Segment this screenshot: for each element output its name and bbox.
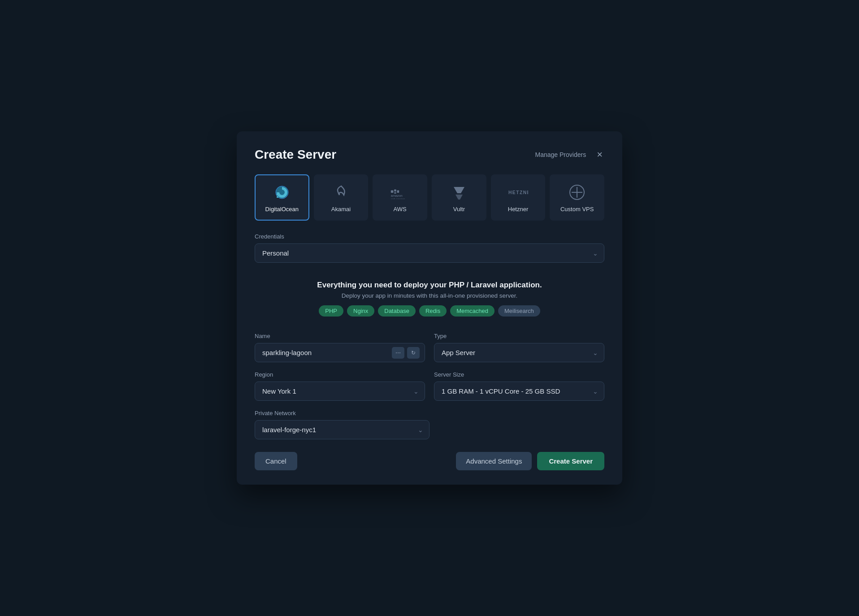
name-options-button[interactable]: ⋯ <box>392 347 404 359</box>
type-label: Type <box>434 333 604 339</box>
svg-text:amazon: amazon <box>391 194 403 198</box>
private-network-section: Private Network laravel-forge-nyc1 ⌄ <box>255 410 604 439</box>
akamai-icon <box>331 182 351 202</box>
svg-text:web services: web services <box>390 198 405 199</box>
svg-marker-9 <box>454 187 464 193</box>
region-group: Region New York 1 ⌄ <box>255 371 425 401</box>
create-server-modal: Create Server Manage Providers × Digital… <box>237 131 622 485</box>
region-select-wrapper: New York 1 ⌄ <box>255 382 425 401</box>
region-label: Region <box>255 371 425 378</box>
type-select[interactable]: App Server <box>434 343 604 362</box>
name-type-row: Name ⋯ ↻ Type App Server ⌄ <box>255 333 604 362</box>
name-group: Name ⋯ ↻ <box>255 333 425 362</box>
provider-label-custom: Custom VPS <box>560 206 594 213</box>
credentials-select-wrapper: Personal ⌄ <box>255 243 604 263</box>
create-server-button[interactable]: Create Server <box>537 452 604 470</box>
type-group: Type App Server ⌄ <box>434 333 604 362</box>
svg-rect-2 <box>277 196 278 198</box>
provider-card-hetzner[interactable]: HETZNER Hetzner <box>491 174 546 221</box>
digitalocean-icon <box>272 182 292 202</box>
name-label: Name <box>255 333 425 339</box>
name-refresh-button[interactable]: ↻ <box>407 347 420 359</box>
private-network-select-wrapper: laravel-forge-nyc1 ⌄ <box>255 420 430 439</box>
svg-rect-3 <box>391 190 394 193</box>
credentials-select[interactable]: Personal <box>255 243 604 263</box>
server-size-select-wrapper: 1 GB RAM - 1 vCPU Core - 25 GB SSD ⌄ <box>434 382 604 401</box>
svg-rect-1 <box>277 194 279 195</box>
description-title: Everything you need to deploy your PHP /… <box>264 281 595 290</box>
server-size-label: Server Size <box>434 371 604 378</box>
region-select[interactable]: New York 1 <box>255 382 425 401</box>
close-button[interactable]: × <box>595 149 604 161</box>
modal-header: Create Server Manage Providers × <box>255 147 604 162</box>
provider-card-aws[interactable]: amazon web services AWS <box>373 174 427 221</box>
server-size-group: Server Size 1 GB RAM - 1 vCPU Core - 25 … <box>434 371 604 401</box>
advanced-settings-button[interactable]: Advanced Settings <box>456 452 532 470</box>
aws-icon: amazon web services <box>390 182 410 202</box>
provider-card-digitalocean[interactable]: DigitalOcean <box>255 174 309 221</box>
header-actions: Manage Providers × <box>535 149 604 161</box>
provider-label-akamai: Akamai <box>331 206 351 213</box>
provider-label-hetzner: Hetzner <box>508 206 529 213</box>
svg-text:HETZNER: HETZNER <box>508 190 528 195</box>
provider-card-vultr[interactable]: Vultr <box>432 174 486 221</box>
credentials-section: Credentials Personal ⌄ <box>255 233 604 263</box>
svg-marker-10 <box>456 195 463 200</box>
tag-php: PHP <box>319 305 343 317</box>
footer-right-buttons: Advanced Settings Create Server <box>456 452 604 470</box>
description-banner: Everything you need to deploy your PHP /… <box>255 272 604 322</box>
tag-memcached: Memcached <box>450 305 495 317</box>
provider-label-aws: AWS <box>394 206 407 213</box>
hetzner-icon: HETZNER <box>508 182 528 202</box>
tag-nginx: Nginx <box>347 305 374 317</box>
vultr-icon <box>449 182 469 202</box>
provider-card-akamai[interactable]: Akamai <box>314 174 369 221</box>
private-network-select[interactable]: laravel-forge-nyc1 <box>255 420 430 439</box>
custom-vps-icon <box>567 182 587 202</box>
tag-meilisearch: Meilisearch <box>498 305 540 317</box>
server-size-select[interactable]: 1 GB RAM - 1 vCPU Core - 25 GB SSD <box>434 382 604 401</box>
modal-title: Create Server <box>255 147 336 162</box>
tag-redis: Redis <box>419 305 447 317</box>
svg-rect-6 <box>397 190 399 193</box>
provider-label-vultr: Vultr <box>453 206 465 213</box>
modal-footer: Cancel Advanced Settings Create Server <box>255 452 604 470</box>
type-select-wrapper: App Server ⌄ <box>434 343 604 362</box>
credentials-label: Credentials <box>255 233 604 240</box>
provider-card-custom[interactable]: Custom VPS <box>550 174 604 221</box>
svg-rect-4 <box>394 190 396 192</box>
tag-database: Database <box>378 305 416 317</box>
private-network-label: Private Network <box>255 410 604 416</box>
tags-row: PHP Nginx Database Redis Memcached Meili… <box>264 305 595 317</box>
cancel-button[interactable]: Cancel <box>255 452 297 470</box>
name-input-wrapper: ⋯ ↻ <box>255 343 425 362</box>
provider-label-digitalocean: DigitalOcean <box>265 206 299 213</box>
providers-row: DigitalOcean Akamai amazon web services <box>255 174 604 221</box>
description-subtitle: Deploy your app in minutes with this all… <box>264 292 595 299</box>
name-input-actions: ⋯ ↻ <box>392 347 420 359</box>
region-size-row: Region New York 1 ⌄ Server Size 1 GB RAM… <box>255 371 604 401</box>
manage-providers-link[interactable]: Manage Providers <box>535 151 586 158</box>
